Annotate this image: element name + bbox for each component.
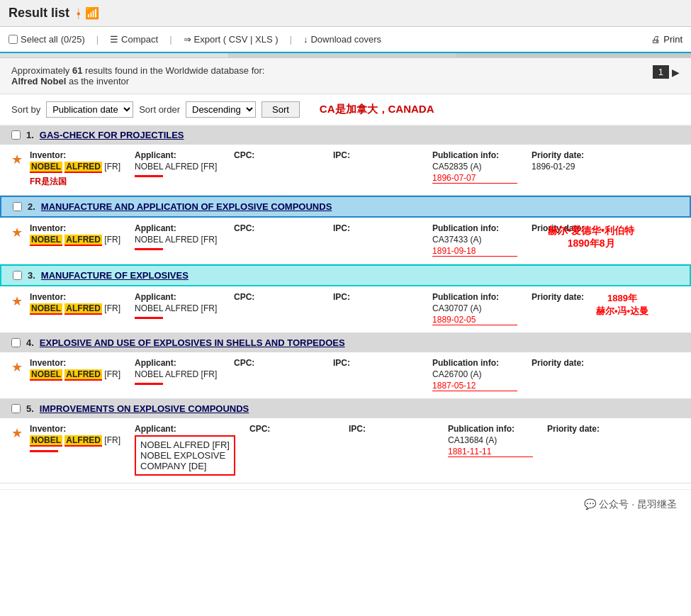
priority-label: Priority date: xyxy=(532,150,617,160)
pub-num: CA52835 (A) xyxy=(432,162,517,172)
pub-num-3: CA30707 (A) xyxy=(432,303,517,313)
result-3-body: ★ Inventor: NOBEL ALFRED [FR] Applicant:… xyxy=(0,286,691,332)
wechat-text: 公众号 · 昆羽继圣 xyxy=(599,498,677,510)
cpc-label: CPC: xyxy=(234,150,319,160)
sort-button[interactable]: Sort xyxy=(262,101,300,118)
result-2-star[interactable]: ★ xyxy=(11,225,23,240)
result-5-checkbox[interactable] xyxy=(11,404,21,413)
pub-label-4: Publication info: xyxy=(432,358,517,368)
compact-icon: ☰ xyxy=(110,34,118,45)
result-3-fields: Inventor: NOBEL ALFRED [FR] Applicant: N… xyxy=(30,292,680,325)
inventor-flag-2: [FR] xyxy=(104,235,120,245)
result-1-fields: Inventor: NOBEL ALFRED [FR] FR是法国 Applic… xyxy=(30,150,680,188)
info-pre: Approximately xyxy=(11,65,72,76)
export-label: Export ( CSV | XLS ) xyxy=(194,34,279,45)
result-4-star[interactable]: ★ xyxy=(11,359,23,375)
result-1-num: 1. xyxy=(26,130,34,140)
pub-label-2: Publication info: xyxy=(432,223,517,233)
inventor-alfred-2: ALFRED xyxy=(64,235,102,246)
pub-num-2: CA37433 (A) xyxy=(432,235,517,245)
sort-order-select[interactable]: Descending Ascending xyxy=(186,101,256,118)
pub-date-3: 1889-02-05 xyxy=(432,315,517,325)
pub-date-2: 1891-09-18 xyxy=(432,246,517,257)
applicant-label: Applicant: xyxy=(135,150,220,160)
result-4-applicant: Applicant: NOBEL ALFRED [FR] xyxy=(135,358,220,391)
result-3-header: 3. MANUFACTURE OF EXPLOSIVES xyxy=(0,264,691,286)
download-label: Download covers xyxy=(310,34,381,45)
result-1-title[interactable]: GAS-CHECK FOR PROJECTILES xyxy=(40,130,184,140)
inventor-alfred-4: ALFRED xyxy=(64,369,102,381)
compact-item[interactable]: ☰ Compact xyxy=(110,34,158,45)
result-3-title[interactable]: MANUFACTURE OF EXPLOSIVES xyxy=(41,270,189,281)
select-all-checkbox[interactable] xyxy=(9,35,18,44)
inventor-alfred: ALFRED xyxy=(64,162,102,173)
ipc-label: IPC: xyxy=(333,150,418,160)
cpc-label-2: CPC: xyxy=(234,223,319,233)
toolbar: Select all (0/25) | ☰ Compact | ⇒ Export… xyxy=(0,27,691,53)
download-item[interactable]: ↓ Download covers xyxy=(303,34,381,45)
inventor-nobel-3: NOBEL xyxy=(30,303,62,315)
inventor-alfred-3: ALFRED xyxy=(64,303,102,315)
result-2-title[interactable]: MANUFACTURE AND APPLICATION OF EXPLOSIVE… xyxy=(41,201,332,212)
inventor-name: Alfred Nobel xyxy=(11,76,66,86)
inventor-flag-3: [FR] xyxy=(104,303,120,313)
result-5: 5. IMPROVEMENTS ON EXPLOSIVE COMPOUNDS ★… xyxy=(0,399,691,483)
result-3-checkbox[interactable] xyxy=(13,271,22,280)
sort-by-select[interactable]: Publication date Filing date Priority da… xyxy=(46,101,133,118)
result-5-star[interactable]: ★ xyxy=(11,425,23,441)
inventor-label-4: Inventor: xyxy=(30,358,120,368)
pub-date-5: 1881-11-11 xyxy=(448,447,533,457)
pub-num-4: CA26700 (A) xyxy=(432,369,517,379)
result-2-checkbox[interactable] xyxy=(13,202,22,211)
priority-label-4: Priority date: xyxy=(532,358,617,368)
result-5-inventor: Inventor: NOBEL ALFRED [FR] xyxy=(30,424,120,476)
inventor-value-3: NOBEL ALFRED [FR] xyxy=(30,303,120,315)
applicant-line-1: NOBEL ALFRED [FR] xyxy=(140,439,230,450)
compact-label: Compact xyxy=(121,34,158,45)
result-4-pub: Publication info: CA26700 (A) 1887-05-12 xyxy=(432,358,517,391)
result-4-title[interactable]: EXPLOSIVE AND USE OF EXPLOSIVES IN SHELL… xyxy=(40,337,345,348)
pub-num-5: CA13684 (A) xyxy=(448,435,533,445)
inventor-value-5: NOBEL ALFRED [FR] xyxy=(30,435,120,447)
result-1-star[interactable]: ★ xyxy=(11,152,23,167)
applicant-value-4: NOBEL ALFRED [FR] xyxy=(135,369,220,379)
page-number[interactable]: 1 xyxy=(653,65,669,79)
print-item[interactable]: 🖨 Print xyxy=(651,34,682,45)
applicant-line-2: NOBEL EXPLOSIVE xyxy=(140,450,230,461)
result-4-checkbox[interactable] xyxy=(11,338,21,347)
page-next-icon[interactable]: ▶ xyxy=(672,67,680,78)
applicant-value-2: NOBEL ALFRED [FR] xyxy=(135,235,220,245)
result-1-priority: Priority date: 1896-01-29 xyxy=(532,150,617,188)
inventor-value-4: NOBEL ALFRED [FR] xyxy=(30,369,120,381)
info-count: 61 xyxy=(72,65,82,76)
wechat-icon: 💬 xyxy=(584,498,596,510)
result-5-priority: Priority date: xyxy=(547,424,632,476)
ipc-label-5: IPC: xyxy=(349,424,434,434)
result-1: 1. GAS-CHECK FOR PROJECTILES ★ Inventor:… xyxy=(0,125,691,196)
annotation-2: 赫尔•爱德华•利伯特1890年8月 xyxy=(548,225,634,250)
result-2-header: 2. MANUFACTURE AND APPLICATION OF EXPLOS… xyxy=(0,196,691,218)
result-4-body: ★ Inventor: NOBEL ALFRED [FR] Applicant:… xyxy=(0,352,691,398)
result-1-pub: Publication info: CA52835 (A) 1896-07-07 xyxy=(432,150,517,188)
applicant-label-2: Applicant: xyxy=(135,223,220,233)
ipc-label-2: IPC: xyxy=(333,223,418,233)
inventor-nobel: NOBEL xyxy=(30,162,62,173)
info-bar: Approximately 61 results found in the Wo… xyxy=(0,58,691,94)
result-4-inventor: Inventor: NOBEL ALFRED [FR] xyxy=(30,358,120,391)
inventor-alfred-5: ALFRED xyxy=(64,435,102,447)
result-5-body: ★ Inventor: NOBEL ALFRED [FR] Applicant: xyxy=(0,418,691,483)
select-all-item[interactable]: Select all (0/25) xyxy=(9,34,85,45)
print-icon: 🖨 xyxy=(651,34,661,45)
result-5-title[interactable]: IMPROVEMENTS ON EXPLOSIVE COMPOUNDS xyxy=(40,403,249,414)
result-3-ipc: IPC: xyxy=(333,292,418,325)
result-3-star[interactable]: ★ xyxy=(11,293,23,309)
inventor-nobel-4: NOBEL xyxy=(30,369,62,381)
applicant-label-5: Applicant: xyxy=(135,424,235,434)
result-3-inventor: Inventor: NOBEL ALFRED [FR] xyxy=(30,292,120,325)
export-item[interactable]: ⇒ Export ( CSV | XLS ) xyxy=(184,34,279,45)
rss-icon[interactable]: ⍿ 📶 xyxy=(75,6,99,20)
result-1-checkbox[interactable] xyxy=(11,130,21,140)
pub-label: Publication info: xyxy=(432,150,517,160)
result-2-cpc: CPC: xyxy=(234,223,319,257)
result-1-inventor: Inventor: NOBEL ALFRED [FR] FR是法国 xyxy=(30,150,120,188)
